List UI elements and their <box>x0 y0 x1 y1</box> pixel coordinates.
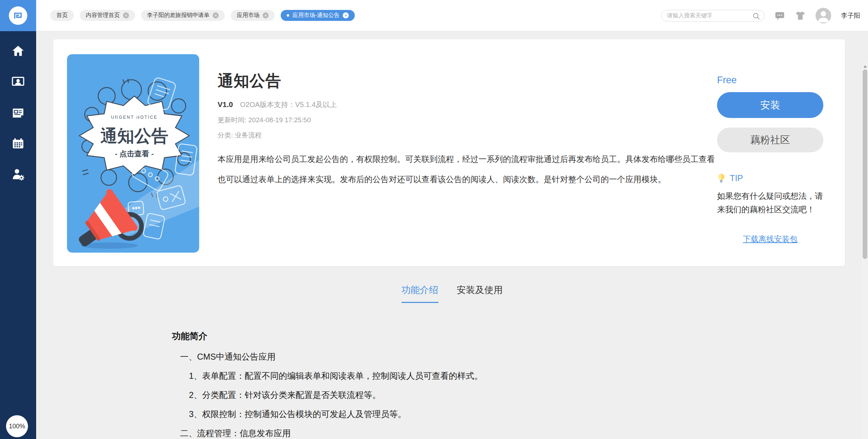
app-version: V1.0 <box>218 100 233 109</box>
cover-title-text: 通知公告 <box>100 126 168 145</box>
zoom-level-badge[interactable]: 100% <box>6 415 28 437</box>
section-heading: 功能简介 <box>172 330 483 342</box>
feature-line: 二、流程管理：信息发布应用 <box>172 429 483 438</box>
tab-content-management[interactable]: 内容管理首页 × <box>80 10 135 21</box>
top-bar: 首页 内容管理首页 × 李子阳的差旅报销申请单 × 应用市场 × 应用市场-通知… <box>36 0 868 31</box>
tab-features[interactable]: 功能介绍 <box>402 284 438 303</box>
price-label: Free <box>717 75 823 86</box>
app-logo[interactable] <box>0 0 36 31</box>
search-box <box>661 10 765 22</box>
home-icon <box>11 44 25 58</box>
active-dot-icon <box>287 14 289 17</box>
app-updated: 更新时间: 2024-08-19 17:25:50 <box>218 116 724 125</box>
tab-label: 应用市场 <box>237 12 259 19</box>
o2oa-logo-icon <box>9 6 27 25</box>
cms-icon <box>11 106 25 119</box>
install-button[interactable]: 安装 <box>717 92 823 118</box>
admin-icon <box>11 168 25 181</box>
sidebar-item-admin[interactable] <box>0 159 36 190</box>
bulb-icon <box>717 173 726 184</box>
tab-travel-expense-form[interactable]: 李子阳的差旅报销申请单 × <box>141 10 225 21</box>
close-icon[interactable]: × <box>123 12 129 18</box>
search-input[interactable] <box>667 12 751 19</box>
app-title: 通知公告 <box>218 71 724 91</box>
contacts-icon <box>11 75 25 89</box>
tab-label: 应用市场-通知公告 <box>292 12 340 19</box>
header-right: 李子阳 <box>661 0 860 31</box>
scroll-up-icon[interactable] <box>863 65 867 68</box>
close-icon[interactable]: × <box>263 12 269 18</box>
app-detail-card: URGENT NOTICE 通知公告 - 点击查看 - <box>53 39 845 266</box>
feature-line: 3、权限控制：控制通知公告模块的可发起人及管理员等。 <box>172 410 483 418</box>
theme-icon[interactable] <box>795 10 806 21</box>
tab-label: 李子阳的差旅报销申请单 <box>147 12 209 19</box>
tab-home[interactable]: 首页 <box>50 10 74 21</box>
close-icon[interactable]: × <box>213 12 219 18</box>
cover-subtitle-text: - 点击查看 - <box>115 150 154 158</box>
sidebar-item-cms[interactable] <box>0 97 36 128</box>
open-tabs: 首页 内容管理首页 × 李子阳的差旅报销申请单 × 应用市场 × 应用市场-通知… <box>50 10 355 21</box>
sidebar-item-home[interactable] <box>0 35 36 66</box>
avatar[interactable] <box>816 8 831 23</box>
download-offline-link[interactable]: 下载离线安装包 <box>743 235 797 243</box>
community-button[interactable]: 藕粉社区 <box>717 128 823 152</box>
feature-line: 1、表单配置：配置不同的编辑表单和阅读表单，控制阅读人员可查看的样式。 <box>172 371 483 380</box>
app-info: 通知公告 V1.0 O2OA版本支持：V5.1.4及以上 更新时间: 2024-… <box>218 71 724 190</box>
app-compat: O2OA版本支持：V5.1.4及以上 <box>240 100 337 109</box>
purchase-panel: Free 安装 藕粉社区 TIP 如果您有什么疑问或想法，请来我们的藕粉社区交流… <box>717 75 823 244</box>
cover-tag-text: URGENT NOTICE <box>111 115 158 120</box>
tab-app-market[interactable]: 应用市场 × <box>231 10 275 21</box>
tab-app-market-notice[interactable]: 应用市场-通知公告 × <box>281 10 355 21</box>
sidebar: 100% <box>0 0 36 439</box>
sidebar-nav <box>0 31 36 190</box>
scrollbar-track[interactable] <box>862 63 868 439</box>
tab-label: 内容管理首页 <box>86 12 120 19</box>
main-content: URGENT NOTICE 通知公告 - 点击查看 - <box>36 32 868 439</box>
tip-label: TIP <box>730 173 743 183</box>
calendar-icon <box>11 137 25 150</box>
app-category: 分类: 业务流程 <box>218 131 724 140</box>
app-cover-image: URGENT NOTICE 通知公告 - 点击查看 - <box>67 54 199 253</box>
scrollbar-thumb[interactable] <box>863 69 867 259</box>
feature-intro-section: 功能简介 一、CMS中通知公告应用 1、表单配置：配置不同的编辑表单和阅读表单，… <box>172 330 483 438</box>
user-name[interactable]: 李子阳 <box>841 11 860 20</box>
tab-label: 首页 <box>56 12 68 19</box>
tab-install-usage[interactable]: 安装及使用 <box>457 284 503 303</box>
message-icon[interactable] <box>774 10 785 21</box>
feature-line: 2、分类配置：针对该分类来配置是否关联流程等。 <box>172 390 483 399</box>
sidebar-item-calendar[interactable] <box>0 128 36 159</box>
feature-line: 一、CMS中通知公告应用 <box>172 352 483 361</box>
detail-tabs: 功能介绍 安装及使用 <box>36 284 868 303</box>
app-description: 本应用是用来给公司员工发起公告的，有权限控制。可关联到流程，经过一系列的流程审批… <box>218 149 721 190</box>
sidebar-item-contacts[interactable] <box>0 66 36 97</box>
search-icon[interactable] <box>752 12 761 21</box>
tip-text: 如果您有什么疑问或想法，请来我们的藕粉社区交流吧！ <box>717 189 823 216</box>
close-icon[interactable]: × <box>343 12 349 18</box>
